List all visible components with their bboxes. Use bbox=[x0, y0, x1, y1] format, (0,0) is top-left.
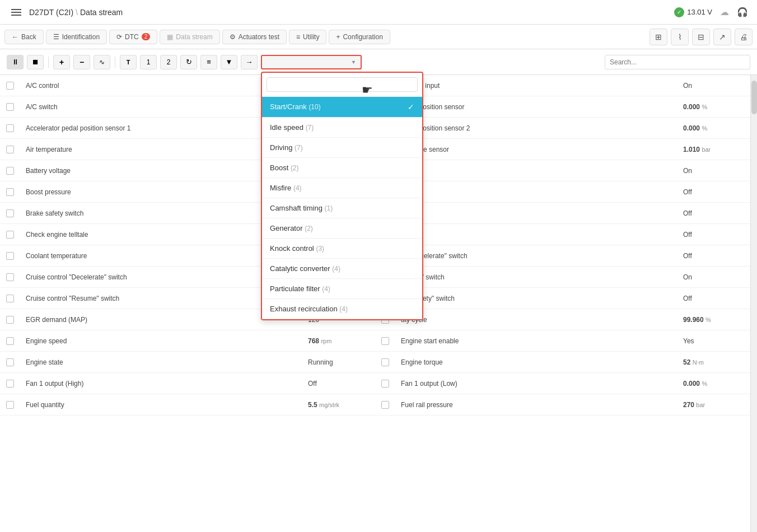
cell-label: Fuel rail pressure bbox=[395, 398, 677, 412]
filter-btn[interactable]: ▼ bbox=[221, 55, 237, 69]
print-btn[interactable]: 🖨 bbox=[735, 29, 753, 45]
dropdown-item-generator[interactable]: Generator (2) bbox=[262, 218, 422, 239]
checkbox-cell[interactable] bbox=[0, 121, 20, 136]
cell-label: Air temperature bbox=[20, 142, 302, 157]
dropdown-search-input[interactable] bbox=[267, 77, 418, 92]
dropdown-item-idle-speed[interactable]: Idle speed (7) bbox=[262, 118, 422, 138]
checkbox-cell[interactable] bbox=[0, 227, 20, 242]
dropdown-item-camshaft-timing[interactable]: Camshaft timing (1) bbox=[262, 198, 422, 218]
cell-value: On bbox=[677, 270, 750, 284]
cell-value: Off bbox=[677, 227, 750, 242]
minus-btn[interactable]: − bbox=[73, 55, 90, 69]
cell-value: On bbox=[677, 78, 750, 93]
cell-value: Yes bbox=[677, 334, 750, 348]
table-row: Fan 1 output (High) Off Fan 1 output (Lo… bbox=[0, 373, 750, 394]
tab-utility[interactable]: ≡ Utility bbox=[289, 30, 326, 44]
dropdown-container: ▼ Start/Crank (10) ✓ Idle speed (7) Driv… bbox=[261, 55, 362, 69]
checkbox-cell[interactable] bbox=[0, 334, 20, 348]
search-input[interactable] bbox=[605, 55, 750, 69]
text-btn[interactable]: T bbox=[120, 55, 137, 69]
header: D27DT (C2I)\Data stream ✓ 13.01 V ☁ 🎧 bbox=[0, 0, 757, 25]
checkbox-cell[interactable] bbox=[0, 142, 20, 157]
checkbox-cell[interactable] bbox=[375, 334, 395, 348]
cell-label: h bbox=[395, 227, 677, 242]
cell-value: 0.000 % bbox=[677, 121, 750, 136]
dropdown-item-exhaust-recirculation[interactable]: Exhaust recirculation (4) bbox=[262, 299, 422, 319]
dropdown-item-misfire[interactable]: Misfire (4) bbox=[262, 178, 422, 198]
cell-label: ch bbox=[395, 206, 677, 221]
grid-view-btn[interactable]: ⊞ bbox=[649, 29, 667, 45]
scrollbar-thumb[interactable] bbox=[751, 81, 757, 114]
cell-label: rol "Safety" switch bbox=[395, 291, 677, 306]
cell-label: Accelerator pedal position sensor 1 bbox=[20, 121, 302, 136]
dropdown-item-driving[interactable]: Driving (7) bbox=[262, 138, 422, 158]
actuators-icon: ⚙ bbox=[230, 33, 236, 41]
cell-value: 99.960 % bbox=[677, 312, 750, 327]
cell-value: Off bbox=[677, 206, 750, 221]
cell-value: On bbox=[677, 164, 750, 178]
scrollbar[interactable] bbox=[750, 75, 757, 532]
dtc-badge: 2 bbox=[142, 33, 151, 40]
cell-label: Engine speed bbox=[20, 334, 302, 348]
stop-btn[interactable]: ⏹ bbox=[27, 55, 44, 69]
wave-btn[interactable]: ∿ bbox=[94, 55, 110, 69]
cell-label: Brake safety switch bbox=[20, 206, 302, 221]
checkbox-cell[interactable] bbox=[0, 185, 20, 199]
checkbox-cell[interactable] bbox=[0, 291, 20, 306]
cell-label: t switch bbox=[395, 185, 677, 199]
checkbox-cell[interactable] bbox=[0, 164, 20, 178]
header-title: D27DT (C2I)\Data stream bbox=[29, 8, 123, 17]
tab-dtc[interactable]: ⟳ DTC 2 bbox=[109, 30, 157, 44]
cell-value: Off bbox=[677, 185, 750, 199]
dropdown-item-start-crank[interactable]: Start/Crank (10) ✓ bbox=[262, 97, 422, 118]
cell-label: tch bbox=[395, 164, 677, 178]
headphone-icon: 🎧 bbox=[737, 7, 748, 17]
tab-back[interactable]: ← Back bbox=[4, 30, 44, 44]
dropdown-item-particulate-filter[interactable]: Particulate filter (4) bbox=[262, 279, 422, 299]
cell-label: rol "Off" switch bbox=[395, 270, 677, 284]
utility-icon: ≡ bbox=[296, 33, 300, 41]
cell-label: Fuel quantity bbox=[20, 398, 302, 412]
import-btn[interactable]: ↗ bbox=[713, 29, 731, 45]
list-btn[interactable]: ≡ bbox=[200, 55, 217, 69]
checkbox-cell[interactable] bbox=[0, 398, 20, 412]
checkbox-cell[interactable] bbox=[375, 398, 395, 412]
checkbox-cell[interactable] bbox=[0, 355, 20, 370]
checkbox-cell[interactable] bbox=[0, 78, 20, 93]
tab-datastream[interactable]: ▦ Data stream bbox=[160, 30, 219, 44]
cell-label: Cruise control "Resume" switch bbox=[20, 291, 302, 306]
table-row: Fuel quantity 5.5 mg/strk Fuel rail pres… bbox=[0, 394, 750, 416]
dropdown-item-catalytic-converter[interactable]: Catalytic converter (4) bbox=[262, 259, 422, 279]
group-filter-dropdown[interactable]: ▼ bbox=[261, 55, 362, 69]
tab-identification[interactable]: ☰ Identification bbox=[46, 30, 107, 44]
cell-label: pressure sensor bbox=[395, 142, 677, 157]
dropdown-item-boost[interactable]: Boost (2) bbox=[262, 158, 422, 178]
checkbox-cell[interactable] bbox=[0, 206, 20, 221]
dropdown-item-knock-control[interactable]: Knock control (3) bbox=[262, 239, 422, 259]
search-container bbox=[605, 55, 750, 69]
checkbox-cell[interactable] bbox=[375, 376, 395, 391]
cell-value: 52 N·m bbox=[677, 355, 750, 370]
checkmark-icon: ✓ bbox=[408, 102, 414, 111]
checkbox-cell[interactable] bbox=[0, 100, 20, 114]
pause-btn[interactable]: ⏸ bbox=[7, 55, 24, 69]
add-btn[interactable]: + bbox=[53, 55, 70, 69]
tab-configuration[interactable]: + Configuration bbox=[329, 30, 390, 44]
checkbox-cell[interactable] bbox=[0, 270, 20, 284]
tab-actuators[interactable]: ⚙ Actuators test bbox=[222, 30, 287, 44]
checkbox-cell[interactable] bbox=[0, 376, 20, 391]
refresh-btn[interactable]: ↻ bbox=[180, 55, 197, 69]
checkbox-cell[interactable] bbox=[0, 249, 20, 263]
cloud-icon: ☁ bbox=[720, 7, 729, 17]
num1-btn[interactable]: 1 bbox=[140, 55, 157, 69]
cell-label: pedal position sensor bbox=[395, 100, 677, 114]
chart-btn[interactable]: ⌇ bbox=[671, 29, 689, 45]
checkbox-cell[interactable] bbox=[0, 312, 20, 327]
cell-label: Fan 1 output (High) bbox=[20, 376, 302, 391]
table-btn[interactable]: ⊟ bbox=[692, 29, 710, 45]
num2-btn[interactable]: 2 bbox=[160, 55, 177, 69]
hamburger-icon[interactable] bbox=[9, 7, 24, 18]
checkbox-cell[interactable] bbox=[375, 355, 395, 370]
cell-label: Coolant temperature bbox=[20, 249, 302, 263]
arrow-btn[interactable]: → bbox=[241, 55, 258, 69]
